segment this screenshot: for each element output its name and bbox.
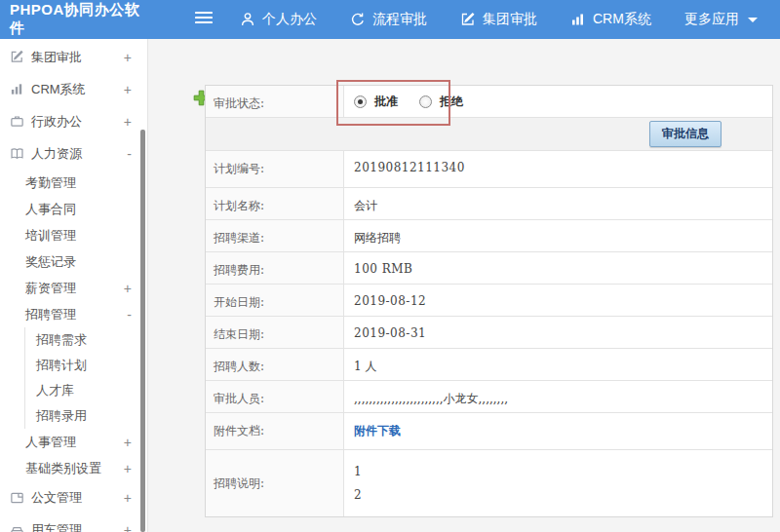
sidebar-item-label: 人事管理 — [25, 434, 76, 451]
sidebar-item-admin-office[interactable]: 行政办公 + — [0, 105, 147, 137]
sidebar-item-label: 人事合同 — [25, 201, 76, 218]
sidebar-item-label: CRM系统 — [31, 81, 86, 98]
sidebar-item-talent-pool[interactable]: 人才库 — [25, 378, 147, 403]
nav-label: 个人办公 — [262, 11, 317, 28]
row-label: 招聘人数: — [206, 349, 344, 380]
sidebar-item-label: 招聘计划 — [36, 357, 87, 374]
approval-button-row: 审批信息 — [206, 118, 772, 151]
sidebar-item-hr-contract[interactable]: 人事合同 — [0, 196, 147, 222]
sidebar-item-group-approval[interactable]: 集团审批 + — [0, 41, 147, 73]
caret-down-icon — [748, 18, 758, 22]
row-label: 附件文档: — [206, 413, 344, 449]
sidebar-item-label: 公文管理 — [31, 489, 82, 507]
topbar: PHPOA协同办公软件 个人办公 流程审批 集团审批 — [0, 0, 780, 39]
row-value: 附件下载 — [344, 413, 772, 449]
sidebar-item-training[interactable]: 培训管理 — [0, 222, 147, 248]
expand-icon[interactable]: + — [124, 82, 132, 97]
expand-icon[interactable]: + — [124, 114, 132, 130]
start-date-value: 2019-08-12 — [344, 285, 772, 316]
recruit-cost-value: 100 RMB — [344, 252, 772, 284]
approval-info-button[interactable]: 审批信息 — [649, 121, 722, 147]
nav-label: 更多应用 — [684, 11, 739, 28]
table-row: 开始日期: 2019-08-12 — [206, 285, 772, 317]
document-icon — [10, 490, 24, 505]
sidebar-item-personnel[interactable]: 人事管理 + — [0, 429, 147, 455]
sidebar-item-salary[interactable]: 薪资管理 + — [0, 275, 147, 301]
recruitment-submenu: 招聘需求 招聘计划 人才库 招聘录用 — [24, 327, 147, 429]
plan-number-value: 20190812111340 — [344, 151, 772, 187]
recruit-plan-detail-table: 审批状态: 批准 拒绝 审批信息 计划编号: 20190812111340 — [205, 85, 773, 517]
row-label: 开始日期: — [206, 285, 344, 316]
collapse-icon[interactable]: - — [127, 146, 132, 162]
sidebar-item-label: 集团审批 — [31, 49, 82, 66]
expand-icon[interactable]: + — [124, 522, 132, 532]
edit-icon — [460, 12, 476, 27]
sidebar-item-rewards[interactable]: 奖惩记录 — [0, 248, 147, 275]
plan-name-value: 会计 — [344, 188, 772, 219]
collapse-icon[interactable]: - — [127, 307, 132, 323]
process-icon — [350, 12, 366, 27]
nav-group-approval[interactable]: 集团审批 — [460, 11, 537, 28]
sidebar-item-recruit-plan[interactable]: 招聘计划 — [25, 353, 147, 378]
sidebar-item-official-docs[interactable]: 公文管理 + — [0, 481, 147, 513]
sidebar: 集团审批 + CRM系统 + 行政办公 + 人力资源 - 考勤管理 — [0, 39, 148, 532]
nav-label: CRM系统 — [593, 11, 651, 28]
nav-more-apps[interactable]: 更多应用 — [684, 11, 758, 28]
table-row: 计划名称: 会计 — [206, 188, 772, 220]
nav-label: 集团审批 — [483, 11, 537, 28]
sidebar-item-attendance[interactable]: 考勤管理 — [0, 170, 147, 196]
sidebar-item-label: 招聘录用 — [36, 407, 87, 425]
table-row: 招聘费用: 100 RMB — [206, 252, 772, 285]
sidebar-item-hr[interactable]: 人力资源 - — [0, 137, 147, 170]
car-icon — [10, 522, 24, 532]
recruit-channel-value: 网络招聘 — [344, 220, 772, 251]
app-logo: PHPOA协同办公软件 — [0, 1, 148, 38]
briefcase-icon — [10, 114, 24, 129]
top-navigation: 个人办公 流程审批 集团审批 CRM系统 更多应用 — [240, 11, 758, 28]
note-line: 1 — [354, 460, 772, 483]
expand-icon[interactable]: + — [124, 490, 132, 506]
sidebar-item-label: 人力资源 — [31, 145, 82, 163]
approvers-value: ,,,,,,,,,,,,,,,,,,,,,,,,小龙女,,,,,,,, — [344, 381, 772, 412]
sidebar-item-label: 行政办公 — [31, 113, 82, 131]
table-row: 结束日期: 2019-08-31 — [206, 317, 772, 349]
headcount-value: 1 人 — [344, 349, 772, 380]
radio-approve[interactable] — [354, 95, 367, 108]
table-row: 审批人员: ,,,,,,,,,,,,,,,,,,,,,,,,小龙女,,,,,,,… — [206, 381, 772, 413]
row-label: 计划编号: — [206, 151, 344, 187]
nav-crm-system[interactable]: CRM系统 — [570, 11, 651, 28]
nav-process-approval[interactable]: 流程审批 — [350, 11, 427, 28]
row-value: 批准 拒绝 — [344, 86, 772, 117]
sidebar-item-recruit-hire[interactable]: 招聘录用 — [25, 403, 147, 429]
radio-approve-label: 批准 — [374, 94, 398, 110]
table-row: 附件文档: 附件下载 — [206, 413, 772, 450]
row-label: 招聘渠道: — [206, 220, 344, 251]
nav-personal-office[interactable]: 个人办公 — [240, 11, 317, 28]
sidebar-item-label: 用车管理 — [31, 521, 82, 532]
sidebar-item-vehicle[interactable]: 用车管理 + — [0, 513, 147, 532]
menu-toggle-button[interactable] — [195, 11, 213, 28]
sidebar-item-label: 人才库 — [36, 382, 74, 399]
sidebar-item-label: 培训管理 — [25, 227, 76, 245]
attachment-download-link[interactable]: 附件下载 — [354, 424, 401, 437]
sidebar-item-crm[interactable]: CRM系统 + — [0, 73, 147, 105]
sidebar-item-label: 奖惩记录 — [25, 253, 76, 271]
sidebar-scrollbar[interactable] — [140, 130, 145, 532]
sidebar-item-recruit-demand[interactable]: 招聘需求 — [25, 327, 147, 353]
expand-icon[interactable]: + — [124, 461, 132, 476]
sidebar-item-base-category[interactable]: 基础类别设置 + — [0, 455, 147, 481]
sidebar-item-label: 基础类别设置 — [25, 460, 101, 477]
bar-chart-icon — [570, 12, 586, 27]
edit-square-icon — [10, 50, 24, 64]
row-label: 计划名称: — [206, 188, 344, 219]
sidebar-item-recruitment[interactable]: 招聘管理 - — [0, 301, 147, 327]
table-row: 计划编号: 20190812111340 — [206, 151, 772, 188]
expand-icon[interactable]: + — [124, 281, 132, 296]
user-icon — [240, 12, 255, 27]
expand-icon[interactable]: + — [124, 50, 132, 65]
nav-label: 流程审批 — [372, 11, 427, 28]
approval-status-row: 审批状态: 批准 拒绝 — [206, 86, 772, 118]
radio-reject[interactable] — [419, 95, 432, 108]
sidebar-item-label: 考勤管理 — [25, 174, 76, 192]
expand-icon[interactable]: + — [124, 435, 132, 450]
